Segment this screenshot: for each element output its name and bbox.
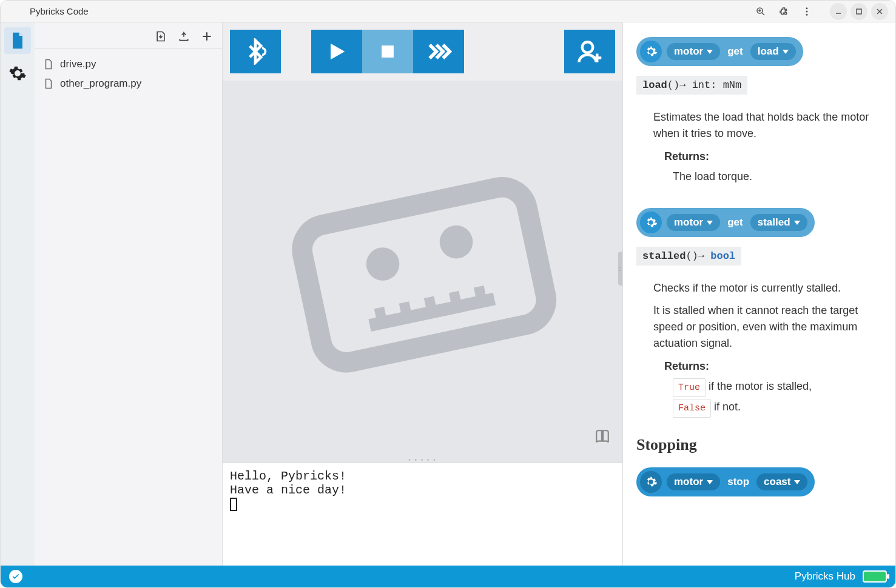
code-chip: True xyxy=(673,378,706,397)
returns-label: Returns: xyxy=(664,150,882,163)
svg-rect-8 xyxy=(857,9,861,14)
sidebar: drive.py other_program.py xyxy=(35,22,223,566)
svg-point-18 xyxy=(363,244,402,284)
svg-point-5 xyxy=(806,10,808,12)
hub-name[interactable]: Pybricks Hub xyxy=(795,570,855,583)
block-object: motor xyxy=(667,214,720,231)
block-verb: get xyxy=(725,45,746,58)
file-list: drive.py other_program.py xyxy=(35,48,222,99)
battery-icon xyxy=(863,570,887,583)
terminal-line: Have a nice day! xyxy=(230,483,346,497)
svg-rect-17 xyxy=(297,182,551,367)
returns-label: Returns: xyxy=(664,360,882,373)
chevron-down-icon xyxy=(707,50,713,54)
terminal-cursor xyxy=(230,498,237,511)
chevron-down-icon xyxy=(707,221,713,225)
horizontal-splitter[interactable]: • • • • • xyxy=(223,456,622,463)
window-minimize-button[interactable] xyxy=(830,3,847,20)
signature-load: load()→ int: mNm xyxy=(636,76,747,95)
file-icon xyxy=(43,78,54,89)
block-prop: stalled xyxy=(750,214,807,231)
docs-toggle-button[interactable] xyxy=(595,429,610,444)
sponsor-button[interactable] xyxy=(564,30,615,73)
chevron-down-icon xyxy=(794,480,800,484)
gear-icon xyxy=(640,471,662,493)
status-ok-icon[interactable] xyxy=(9,570,22,583)
block-verb: get xyxy=(725,216,746,229)
code-chip: False xyxy=(673,399,711,418)
file-item[interactable]: drive.py xyxy=(35,55,222,74)
extension-icon[interactable] xyxy=(778,5,790,18)
doc-description: Estimates the load that holds back the m… xyxy=(653,109,882,142)
main-toolbar xyxy=(223,22,622,81)
repl-button[interactable] xyxy=(413,30,464,73)
doc-block-load[interactable]: motor get load xyxy=(636,37,803,66)
settings-tab[interactable] xyxy=(4,60,31,87)
svg-point-4 xyxy=(806,7,808,9)
doc-block-stalled[interactable]: motor get stalled xyxy=(636,208,815,237)
window-title: Pybricks Code xyxy=(30,6,89,16)
block-prop: coast xyxy=(756,473,807,490)
returns-text: True if the motor is stalled, False if n… xyxy=(673,376,882,418)
terminal-line: Hello, Pybricks! xyxy=(230,469,346,483)
file-name: other_program.py xyxy=(60,78,141,90)
svg-point-14 xyxy=(582,42,593,53)
doc-description: It is stalled when it cannot reach the t… xyxy=(653,302,882,352)
svg-rect-13 xyxy=(382,45,394,58)
svg-point-6 xyxy=(806,13,808,15)
gear-icon xyxy=(640,212,662,233)
center-column: ⋮⋮ • • • • • Hello, Pybricks! Have a nic… xyxy=(223,22,622,566)
file-name: drive.py xyxy=(60,58,96,70)
block-object: motor xyxy=(667,473,720,490)
stop-button[interactable] xyxy=(362,30,413,73)
block-prop: load xyxy=(750,43,796,60)
terminal[interactable]: Hello, Pybricks! Have a nice day! xyxy=(223,463,622,566)
placeholder-icon xyxy=(278,147,567,390)
block-verb: stop xyxy=(725,476,752,488)
run-control-group xyxy=(311,30,464,73)
window-close-button[interactable] xyxy=(871,3,888,20)
block-object: motor xyxy=(667,43,720,60)
bluetooth-button[interactable] xyxy=(230,30,281,73)
new-file-button[interactable] xyxy=(200,30,214,43)
files-tab[interactable] xyxy=(4,27,31,54)
doc-block-coast[interactable]: motor stop coast xyxy=(636,467,815,496)
activity-bar xyxy=(1,22,35,566)
titlebar: Pybricks Code xyxy=(1,1,895,22)
kebab-menu-icon[interactable] xyxy=(801,5,813,18)
docs-panel[interactable]: motor get load load()→ int: mNm Estimate… xyxy=(622,22,895,566)
gear-icon xyxy=(640,41,662,62)
file-icon xyxy=(43,59,54,70)
statusbar: Pybricks Hub xyxy=(1,566,895,587)
editor-area[interactable]: ⋮⋮ xyxy=(223,81,622,456)
sidebar-toolbar xyxy=(35,22,222,48)
doc-description: Checks if the motor is currently stalled… xyxy=(653,280,882,296)
vertical-splitter[interactable]: ⋮⋮ xyxy=(618,252,622,286)
signature-stalled: stalled()→ bool xyxy=(636,247,741,266)
svg-line-1 xyxy=(762,13,764,15)
import-file-button[interactable] xyxy=(154,30,167,43)
file-item[interactable]: other_program.py xyxy=(35,74,222,93)
run-button[interactable] xyxy=(311,30,362,73)
export-file-button[interactable] xyxy=(177,30,190,43)
svg-point-19 xyxy=(436,222,476,262)
chevron-down-icon xyxy=(783,50,789,54)
window-maximize-button[interactable] xyxy=(851,3,867,20)
doc-heading: Stopping xyxy=(636,436,882,454)
chevron-down-icon xyxy=(707,480,713,484)
chevron-down-icon xyxy=(794,221,800,225)
zoom-icon[interactable] xyxy=(755,5,767,18)
returns-text: The load torque. xyxy=(673,167,882,186)
